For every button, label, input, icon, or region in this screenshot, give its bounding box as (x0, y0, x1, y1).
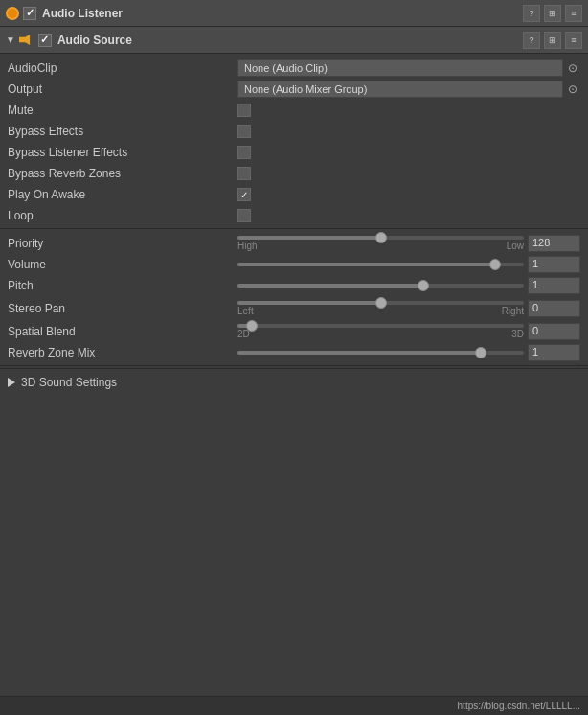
audio-source-icon (19, 34, 34, 47)
reverb-slider-track[interactable] (237, 351, 524, 355)
priority-high-label: High (237, 241, 258, 251)
volume-slider-fill (237, 263, 495, 266)
volume-row: Volume 1 (0, 254, 588, 275)
pitch-slider-container (237, 284, 524, 288)
bypass-effects-checkbox[interactable] (237, 125, 251, 138)
audioclip-gear-icon[interactable]: ⊙ (565, 60, 580, 76)
mute-control (237, 104, 580, 117)
audioclip-label: AudioClip (8, 61, 237, 75)
pitch-slider-row (237, 284, 524, 288)
bypass-effects-label: Bypass Effects (8, 125, 237, 138)
reverb-value[interactable]: 1 (528, 344, 580, 361)
priority-control: High Low 128 (237, 235, 580, 252)
play-on-awake-control (237, 188, 580, 201)
audio-source-collapse-arrow[interactable]: ▼ (6, 35, 15, 45)
volume-slider-row (237, 263, 524, 266)
reverb-slider-row (237, 351, 524, 355)
pitch-slider-fill (237, 284, 423, 288)
audio-listener-layout-btn[interactable]: ⊞ (544, 5, 561, 22)
stereo-pan-value[interactable]: 0 (528, 300, 580, 317)
bypass-reverb-control (237, 167, 580, 180)
bypass-listener-label: Bypass Listener Effects (8, 146, 237, 159)
pitch-slider-track[interactable] (237, 284, 524, 288)
volume-slider-thumb[interactable] (489, 259, 501, 270)
priority-slider-row (237, 236, 524, 240)
bypass-reverb-row: Bypass Reverb Zones (0, 163, 588, 184)
footer-url: https://blog.csdn.net/LLLLL... (458, 701, 580, 711)
stereo-pan-row: Stereo Pan Left Right 0 (0, 296, 588, 319)
sound3d-row[interactable]: 3D Sound Settings (0, 368, 588, 395)
stereo-pan-slider-thumb[interactable] (375, 297, 387, 309)
spatial-blend-label: Spatial Blend (8, 323, 237, 338)
spatial-blend-slider-labels: 2D 3D (237, 329, 524, 339)
spatial-blend-slider-thumb[interactable] (246, 320, 258, 332)
loop-checkbox[interactable] (237, 209, 251, 222)
bypass-effects-control (237, 125, 580, 138)
audio-listener-icon (6, 7, 19, 20)
audio-source-actions: ? ⊞ ≡ (523, 32, 582, 49)
audio-listener-menu-btn[interactable]: ≡ (565, 5, 582, 22)
audioclip-dropdown[interactable]: None (Audio Clip) (237, 59, 563, 77)
pitch-control: 1 (237, 277, 580, 294)
bypass-listener-checkbox[interactable] (237, 146, 251, 159)
output-gear-icon[interactable]: ⊙ (565, 81, 580, 97)
audio-listener-help-btn[interactable]: ? (523, 5, 540, 22)
output-row: Output None (Audio Mixer Group) ⊙ (0, 79, 588, 100)
spatial-blend-control: 2D 3D 0 (237, 323, 580, 340)
priority-label: Priority (8, 235, 237, 250)
priority-slider-thumb[interactable] (375, 232, 387, 243)
volume-slider-container (237, 263, 524, 266)
spatial-3d-label: 3D (511, 329, 524, 339)
audioclip-control: None (Audio Clip) ⊙ (237, 59, 580, 77)
output-control: None (Audio Mixer Group) ⊙ (237, 81, 580, 98)
stereo-pan-slider-track[interactable] (237, 301, 524, 305)
volume-value[interactable]: 1 (528, 256, 580, 273)
audio-source-help-btn[interactable]: ? (523, 32, 540, 49)
audio-source-layout-btn[interactable]: ⊞ (544, 32, 561, 49)
spatial-blend-slider-container: 2D 3D (237, 324, 524, 339)
play-on-awake-checkbox[interactable] (237, 188, 251, 201)
reverb-label: Reverb Zone Mix (8, 346, 237, 359)
priority-value[interactable]: 128 (528, 235, 580, 252)
mute-row: Mute (0, 100, 588, 121)
bypass-reverb-checkbox[interactable] (237, 167, 251, 180)
volume-slider-track[interactable] (237, 263, 524, 266)
audio-source-enabled-checkbox[interactable] (38, 34, 52, 47)
stereo-pan-slider-fill (237, 301, 381, 305)
priority-row: Priority High Low 128 (0, 231, 588, 254)
audioclip-row: AudioClip None (Audio Clip) ⊙ (0, 58, 588, 79)
pitch-label: Pitch (8, 279, 237, 292)
mute-label: Mute (8, 104, 237, 117)
audio-source-title: Audio Source (57, 34, 523, 47)
divider-1 (0, 228, 588, 229)
priority-slider-fill (237, 236, 381, 240)
pitch-value[interactable]: 1 (528, 277, 580, 294)
priority-slider-track[interactable] (237, 236, 524, 240)
bypass-effects-row: Bypass Effects (0, 121, 588, 142)
sound3d-label: 3D Sound Settings (21, 376, 117, 389)
audio-source-menu-btn[interactable]: ≡ (565, 32, 582, 49)
spatial-blend-slider-track[interactable] (237, 324, 524, 328)
output-dropdown[interactable]: None (Audio Mixer Group) (237, 81, 563, 98)
footer-bar: https://blog.csdn.net/LLLLL... (0, 696, 588, 715)
audio-source-header: ▼ Audio Source ? ⊞ ≡ (0, 27, 588, 54)
output-label: Output (8, 82, 237, 96)
play-on-awake-row: Play On Awake (0, 184, 588, 205)
mute-checkbox[interactable] (237, 104, 251, 117)
loop-label: Loop (8, 209, 237, 222)
bypass-listener-control (237, 146, 580, 159)
divider-2 (0, 365, 588, 366)
stereo-right-label: Right (502, 306, 524, 316)
reverb-slider-thumb[interactable] (475, 347, 486, 358)
bypass-reverb-label: Bypass Reverb Zones (8, 167, 237, 180)
reverb-control: 1 (237, 344, 580, 361)
loop-control (237, 209, 580, 222)
priority-slider-container: High Low (237, 236, 524, 251)
play-on-awake-label: Play On Awake (8, 188, 237, 201)
audio-listener-actions: ? ⊞ ≡ (523, 5, 582, 22)
pitch-slider-thumb[interactable] (418, 280, 429, 291)
reverb-row: Reverb Zone Mix 1 (0, 342, 588, 363)
spatial-blend-value[interactable]: 0 (528, 323, 580, 340)
audio-listener-enabled-checkbox[interactable] (23, 7, 36, 20)
audio-listener-title: Audio Listener (42, 7, 523, 20)
